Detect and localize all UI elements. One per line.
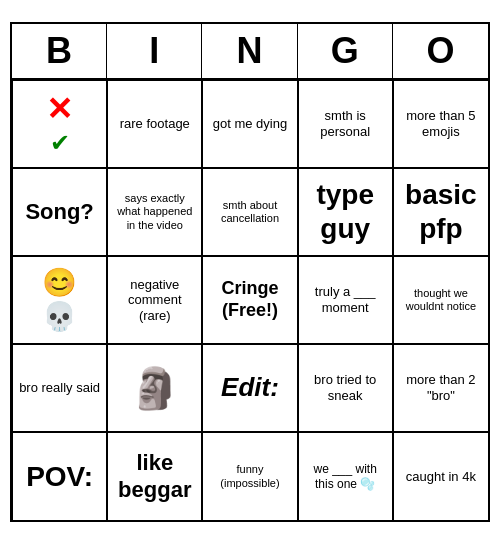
cell-r1c2: rare footage [107, 80, 202, 168]
cell-r1c4: smth is personal [298, 80, 393, 168]
cell-r2c2: says exactly what happened in the video [107, 168, 202, 256]
cell-r4c5: more than 2 "bro" [393, 344, 488, 432]
cell-r5c4: we ___ with this one 🫧 [298, 432, 393, 520]
header-n: N [202, 24, 297, 78]
cell-r4c2: 🗿 [107, 344, 202, 432]
cell-r4c3: Edit: [202, 344, 297, 432]
cell-r2c4: type guy [298, 168, 393, 256]
header-o: O [393, 24, 488, 78]
cell-r1c1: ✕ ✔ [12, 80, 107, 168]
x-icon: ✕ [46, 90, 73, 128]
skull-emoji: 💀 [42, 300, 77, 334]
cell-r3c3: Cringe (Free!) [202, 256, 297, 344]
header-i: I [107, 24, 202, 78]
cell-r1c3: got me dying [202, 80, 297, 168]
cell-r5c1: POV: [12, 432, 107, 520]
cell-r1c5: more than 5 emojis [393, 80, 488, 168]
moai-emoji: 🗿 [130, 364, 180, 412]
cell-r5c5: caught in 4k [393, 432, 488, 520]
cell-r2c1: Song? [12, 168, 107, 256]
cell-r5c2: like beggar [107, 432, 202, 520]
cell-r3c4: truly a ___ moment [298, 256, 393, 344]
cell-r2c5: basic pfp [393, 168, 488, 256]
smiley-emoji: 😊 [42, 266, 77, 300]
header-g: G [298, 24, 393, 78]
bingo-card: B I N G O ✕ ✔ rare footage got me dying … [10, 22, 490, 522]
cell-r3c5: thought we wouldnt notice [393, 256, 488, 344]
cell-r4c4: bro tried to sneak [298, 344, 393, 432]
cell-r2c3: smth about cancellation [202, 168, 297, 256]
bingo-grid: ✕ ✔ rare footage got me dying smth is pe… [12, 80, 488, 520]
cell-r3c2: negative comment (rare) [107, 256, 202, 344]
cell-r4c1: bro really said [12, 344, 107, 432]
cell-r5c3: funny (impossible) [202, 432, 297, 520]
bingo-header: B I N G O [12, 24, 488, 80]
cell-r3c1: 😊 💀 [12, 256, 107, 344]
header-b: B [12, 24, 107, 78]
check-icon: ✔ [50, 129, 70, 158]
